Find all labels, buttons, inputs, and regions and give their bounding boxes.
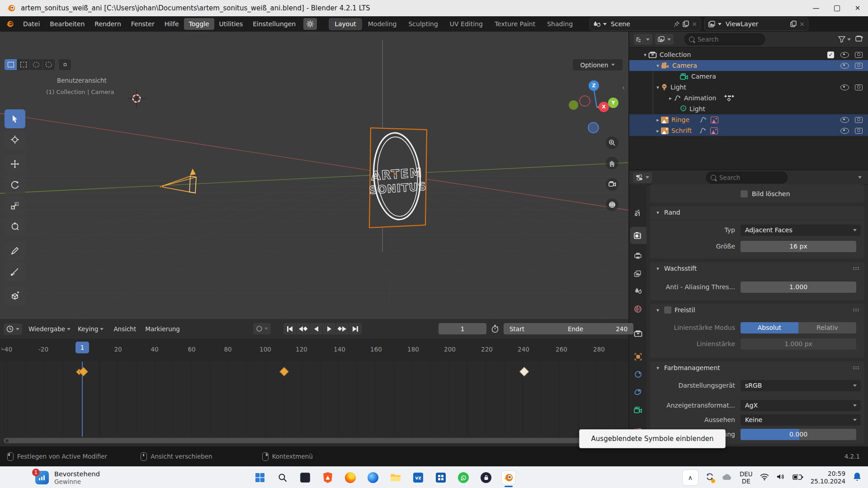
tool-select-tweak[interactable] — [5, 109, 25, 128]
view-transform-dropdown[interactable]: AgX — [741, 400, 861, 411]
tool-scale[interactable] — [5, 196, 25, 215]
render-visibility-icon[interactable] — [855, 52, 863, 58]
notification-bell-icon[interactable] — [853, 472, 862, 483]
tool-cursor[interactable] — [5, 130, 25, 149]
outliner-filter-id-type[interactable] — [655, 34, 674, 45]
remove-viewlayer-icon[interactable]: × — [799, 20, 805, 28]
jump-to-end-button[interactable] — [349, 323, 362, 334]
exposure-slider[interactable]: 0.000 — [741, 429, 856, 440]
render-visibility-icon[interactable] — [855, 84, 863, 90]
wifi-icon[interactable] — [760, 473, 769, 482]
groesse-slider[interactable]: 16 px — [741, 241, 856, 252]
gizmo-minus-z-axis[interactable] — [588, 122, 599, 133]
keyframe-marker[interactable] — [279, 367, 289, 376]
hide-eye-icon[interactable] — [840, 52, 849, 58]
menu-bearbeiten[interactable]: Bearbeiten — [45, 18, 90, 30]
autokey-controls[interactable] — [253, 323, 271, 334]
new-viewlayer-icon[interactable] — [790, 20, 797, 28]
outliner-row-collection[interactable]: ▾ Collection ✓ — [629, 49, 868, 60]
tool-add-primitive[interactable] — [5, 286, 25, 305]
brave-browser-icon[interactable] — [321, 471, 335, 484]
menu-utilities[interactable]: Utilities — [214, 18, 248, 30]
frame-end-field[interactable]: Ende240 — [562, 323, 633, 334]
prev-keyframe-button[interactable] — [297, 323, 309, 334]
menu-toggle[interactable]: Toggle — [184, 18, 214, 30]
drag-grip-icon[interactable] — [853, 308, 860, 312]
workspace-tab-modeling[interactable]: Modeling — [362, 18, 403, 30]
properties-options-icon[interactable] — [858, 176, 862, 178]
options-dropdown[interactable]: Optionen — [573, 59, 623, 70]
typ-dropdown[interactable]: Adjacent Faces — [741, 225, 861, 236]
collection-checkbox[interactable]: ✓ — [827, 52, 834, 58]
pan-hand-button[interactable] — [606, 157, 618, 169]
select-extra-button[interactable] — [59, 59, 71, 70]
workspace-tab-texture-paint[interactable]: Texture Paint — [489, 18, 541, 30]
jump-to-start-button[interactable] — [283, 323, 296, 334]
timeline-tracks[interactable] — [0, 361, 628, 436]
timeline-menu-keying[interactable]: Keying — [78, 325, 104, 333]
close-button[interactable]: ✕ — [847, 0, 868, 16]
clear-image-checkbox[interactable] — [741, 190, 748, 197]
3d-viewport[interactable]: ARTEM SONITUS Benutzeransicht (1) Collec… — [0, 32, 628, 319]
tab-view-layer[interactable] — [632, 268, 643, 279]
volume-icon[interactable] — [776, 473, 785, 482]
maximize-button[interactable] — [826, 0, 847, 16]
drag-grip-icon[interactable] — [853, 267, 860, 270]
gizmo-minus-y-axis[interactable] — [569, 100, 578, 110]
outliner-filter-button[interactable] — [838, 36, 851, 42]
tab-scene[interactable] — [632, 285, 643, 296]
edge-browser-icon[interactable] — [366, 471, 380, 484]
unlink-scene-icon[interactable]: × — [692, 20, 697, 28]
outliner-row-light-object[interactable]: ▾ Light — [629, 82, 868, 93]
hide-eye-icon[interactable] — [840, 128, 849, 134]
outliner-row-camera-object[interactable]: ▾ Camera — [629, 60, 868, 71]
workspace-tab-layout[interactable]: Layout — [329, 18, 362, 30]
properties-editor-selector[interactable] — [633, 172, 652, 183]
hide-eye-icon[interactable] — [840, 117, 849, 123]
menu-datei[interactable]: Datei — [18, 18, 45, 30]
tool-annotate[interactable] — [5, 241, 25, 260]
menu-rendern[interactable]: Rendern — [90, 18, 126, 30]
viewlayer-selector[interactable]: ViewLayer × — [704, 18, 808, 31]
display-device-dropdown[interactable]: sRGB — [741, 380, 861, 391]
stopwatch-icon[interactable] — [491, 324, 499, 333]
battery-icon[interactable] — [793, 474, 803, 482]
onedrive-cloud-icon[interactable] — [722, 473, 732, 482]
firefox-browser-icon[interactable] — [344, 471, 357, 484]
tool-measure[interactable] — [5, 262, 25, 281]
outliner-row-light-data[interactable]: Light — [629, 103, 868, 114]
absolut-button[interactable]: Absolut — [741, 322, 798, 333]
select-tweak-button[interactable] — [5, 59, 17, 70]
ortho-toggle-button[interactable] — [606, 198, 618, 211]
gizmo-minus-x-axis[interactable] — [579, 95, 590, 107]
channel-expand-icon[interactable]: › — [1, 346, 3, 352]
lock-app-icon[interactable] — [479, 471, 493, 484]
gizmo-x-axis[interactable]: X — [599, 102, 609, 112]
render-visibility-icon[interactable] — [855, 128, 863, 134]
blender-taskbar-icon[interactable] — [502, 471, 515, 484]
new-scene-icon[interactable] — [682, 20, 689, 28]
timeline-ruler[interactable]: -40 -20 20 40 60 80 100 120 140 160 180 … — [0, 339, 628, 361]
tab-constraints[interactable] — [632, 386, 643, 397]
sync-tray-icon[interactable] — [705, 472, 714, 483]
outliner-row-ringe[interactable]: ▸ Ringe — [629, 114, 868, 125]
timeline-editor-selector[interactable] — [4, 324, 22, 335]
tool-transform[interactable] — [5, 217, 25, 236]
outliner-row-camera-data[interactable]: Camera — [629, 71, 868, 82]
keyframe-marker[interactable] — [79, 367, 88, 376]
timeline-scrollbar[interactable] — [4, 438, 625, 443]
blue-grid-app-icon[interactable] — [434, 471, 448, 484]
outliner-row-schrift[interactable]: ▸ Schrift — [629, 125, 868, 136]
menu-fenster[interactable]: Fenster — [126, 18, 160, 30]
hide-eye-icon[interactable] — [840, 63, 849, 69]
hide-eye-icon[interactable] — [840, 84, 849, 90]
freistil-checkbox[interactable] — [664, 306, 671, 314]
look-dropdown[interactable]: Keine — [741, 414, 861, 426]
select-lasso-button[interactable] — [42, 59, 55, 70]
outliner-row-animation[interactable]: ▸ Animation — [629, 93, 868, 103]
start-button[interactable] — [253, 471, 267, 484]
timeline-menu-markierung[interactable]: Markierung — [141, 325, 184, 333]
pin-icon[interactable] — [673, 21, 680, 28]
line-width-slider[interactable]: 1.000 px — [741, 338, 856, 350]
timeline-menu-wiedergabe[interactable]: Wiedergabe — [28, 325, 71, 333]
